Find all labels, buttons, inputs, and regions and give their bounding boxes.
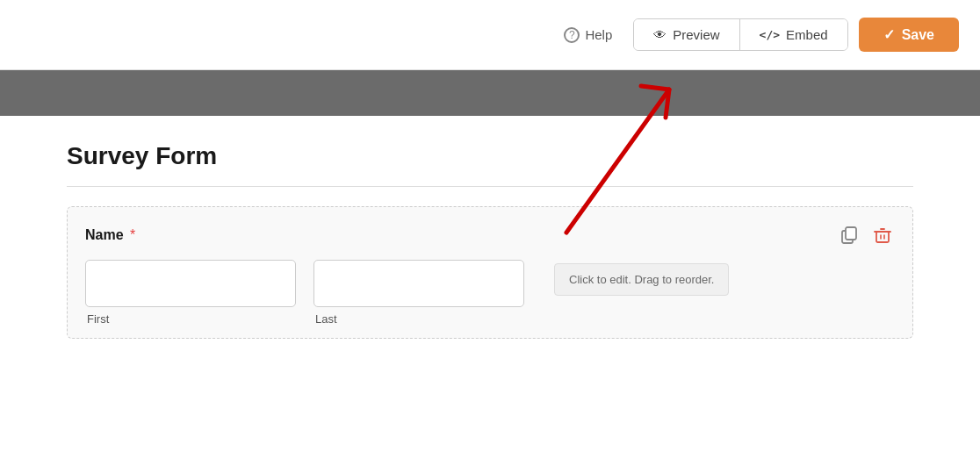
- delete-field-button[interactable]: [870, 223, 895, 247]
- gray-band: [0, 70, 980, 116]
- save-label: Save: [902, 27, 934, 43]
- preview-label: Preview: [673, 27, 719, 42]
- field-actions: [837, 223, 895, 247]
- help-button[interactable]: ? Help: [553, 20, 623, 50]
- embed-label: Embed: [786, 27, 828, 42]
- check-icon: ✓: [883, 26, 895, 43]
- last-name-label: Last: [313, 312, 524, 326]
- click-to-edit-hint: Click to edit. Drag to reorder.: [554, 263, 729, 296]
- help-circle-icon: ?: [564, 27, 580, 43]
- embed-button[interactable]: </> Embed: [740, 19, 847, 50]
- help-label: Help: [585, 27, 612, 42]
- field-label: Name *: [85, 227, 135, 243]
- last-name-input[interactable]: [313, 260, 524, 307]
- main-content: Survey Form Name *: [35, 116, 945, 473]
- first-name-label: First: [85, 312, 296, 326]
- save-button[interactable]: ✓ Save: [859, 18, 959, 52]
- copy-field-button[interactable]: [837, 223, 861, 247]
- field-label-row: Name *: [85, 223, 895, 247]
- required-indicator: *: [126, 227, 136, 242]
- svg-rect-1: [846, 227, 856, 240]
- name-field-card: Name *: [67, 206, 913, 339]
- top-bar: ? Help 👁 Preview </> Embed ✓ Save: [0, 0, 980, 70]
- field-label-text: Name: [85, 227, 124, 242]
- name-input-row: First Last Click to edit. Drag to reorde…: [85, 260, 895, 326]
- form-title: Survey Form: [67, 142, 913, 170]
- preview-embed-group: 👁 Preview </> Embed: [633, 18, 847, 51]
- first-name-group: First: [85, 260, 296, 326]
- preview-button[interactable]: 👁 Preview: [634, 19, 739, 50]
- first-name-input[interactable]: [85, 260, 296, 307]
- eye-icon: 👁: [653, 27, 667, 42]
- last-name-group: Last: [313, 260, 524, 326]
- form-divider: [67, 186, 913, 187]
- code-icon: </>: [760, 28, 780, 41]
- svg-rect-2: [876, 232, 889, 242]
